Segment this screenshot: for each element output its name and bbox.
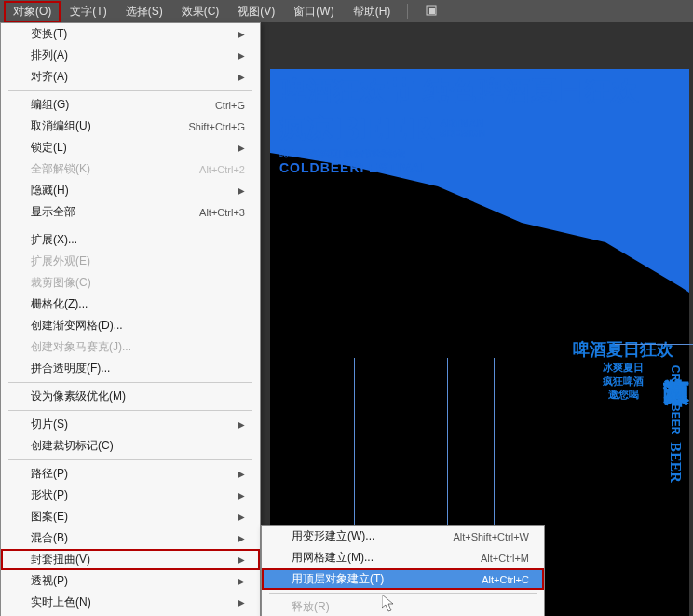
- menubar-select[interactable]: 选择(S): [116, 1, 172, 22]
- menu-separator: [8, 410, 252, 411]
- menu-pattern[interactable]: 图案(E)▶: [1, 506, 260, 527]
- chevron-right-icon: ▶: [238, 185, 245, 196]
- menu-pixel-perfect[interactable]: 设为像素级优化(M): [1, 386, 260, 407]
- submenu-make-with-top[interactable]: 用顶层对象建立(T)Alt+Ctrl+C: [262, 568, 544, 590]
- cursor-icon: [382, 595, 397, 616]
- object-menu: 变换(T)▶ 排列(A)▶ 对齐(A)▶ 编组(G)Ctrl+G 取消编组(U)…: [0, 22, 261, 616]
- menu-lock[interactable]: 锁定(L)▶: [1, 137, 260, 158]
- artwork-text: 啤酒狂欢节 纯色啤酒夏日狂欢 疯凉 BEER ARTMAN SDESIGN 纯生…: [279, 74, 680, 175]
- envelope-submenu: 用变形建立(W)...Alt+Shift+Ctrl+W 用网格建立(M)...A…: [261, 525, 545, 616]
- vertical-artwork: 冰爽啤酒节 CRAZYBEER BEER: [660, 358, 689, 483]
- beer-word: BEER: [337, 109, 436, 148]
- menu-separator: [8, 382, 252, 383]
- menu-shape[interactable]: 形状(P)▶: [1, 485, 260, 506]
- menubar: 对象(O) 文字(T) 选择(S) 效果(C) 视图(V) 窗口(W) 帮助(H…: [0, 0, 693, 22]
- chevron-right-icon: ▶: [238, 419, 245, 430]
- subline-1: 纯生啤酒清爽夏日啤酒节邀您畅饮: [279, 148, 680, 160]
- menubar-window[interactable]: 窗口(W): [284, 1, 343, 22]
- menu-perspective[interactable]: 透视(P)▶: [1, 570, 260, 592]
- menubar-object[interactable]: 对象(O): [4, 1, 61, 22]
- menu-ungroup[interactable]: 取消编组(U)Shift+Ctrl+G: [1, 116, 260, 137]
- menu-transform[interactable]: 变换(T)▶: [1, 23, 260, 45]
- menubar-divider: [407, 4, 408, 19]
- menubar-help[interactable]: 帮助(H): [344, 1, 401, 22]
- chevron-right-icon: ▶: [238, 554, 245, 565]
- menu-trim-marks[interactable]: 创建裁切标记(C): [1, 435, 260, 457]
- menubar-tool-icon[interactable]: [415, 1, 447, 22]
- chevron-right-icon: ▶: [238, 29, 245, 39]
- menubar-effect[interactable]: 效果(C): [172, 1, 229, 22]
- menu-envelope-distort[interactable]: 封套扭曲(V)▶: [1, 549, 260, 570]
- menu-separator: [8, 459, 252, 460]
- menu-expand[interactable]: 扩展(X)...: [1, 229, 260, 251]
- sdesign-text: SDESIGN: [440, 129, 486, 139]
- v-crazy: CRAZYBEER: [669, 365, 682, 435]
- chevron-right-icon: ▶: [238, 490, 245, 500]
- menubar-view[interactable]: 视图(V): [228, 1, 284, 22]
- menu-blend[interactable]: 混合(B)▶: [1, 527, 260, 549]
- menu-show-all[interactable]: 显示全部Alt+Ctrl+3: [1, 201, 260, 223]
- chevron-right-icon: ▶: [238, 50, 245, 61]
- menu-object-mosaic: 创建对象马赛克(J)...: [1, 336, 260, 358]
- submenu-release: 释放(R): [262, 596, 544, 616]
- menu-group[interactable]: 编组(G)Ctrl+G: [1, 94, 260, 116]
- chevron-right-icon: ▶: [238, 576, 245, 586]
- headline-2a: 疯凉: [279, 111, 333, 146]
- chevron-right-icon: ▶: [238, 72, 245, 82]
- chevron-right-icon: ▶: [238, 512, 245, 522]
- svg-rect-1: [429, 8, 435, 14]
- menu-arrange[interactable]: 排列(A)▶: [1, 45, 260, 66]
- chevron-right-icon: ▶: [238, 597, 245, 608]
- menu-flatten-transparency[interactable]: 拼合透明度(F)...: [1, 358, 260, 379]
- menu-unlock-all: 全部解锁(K)Alt+Ctrl+2: [1, 158, 260, 180]
- submenu-make-with-mesh[interactable]: 用网格建立(M)...Alt+Ctrl+M: [262, 547, 544, 568]
- cold-text: COLDBEERFESTIVAL: [279, 160, 680, 175]
- guide-line: [615, 344, 693, 345]
- menu-rasterize[interactable]: 栅格化(Z)...: [1, 294, 260, 315]
- menu-separator: [269, 593, 537, 594]
- menu-align[interactable]: 对齐(A)▶: [1, 66, 260, 88]
- chevron-right-icon: ▶: [238, 533, 245, 543]
- menu-gradient-mesh[interactable]: 创建渐变网格(D)...: [1, 315, 260, 336]
- menubar-text[interactable]: 文字(T): [61, 1, 116, 22]
- menu-slice[interactable]: 切片(S)▶: [1, 414, 260, 435]
- menu-path[interactable]: 路径(P)▶: [1, 463, 260, 485]
- menu-separator: [8, 226, 252, 226]
- chevron-right-icon: ▶: [238, 143, 245, 153]
- menu-hide[interactable]: 隐藏(H)▶: [1, 180, 260, 201]
- chevron-right-icon: ▶: [238, 469, 245, 479]
- menu-separator: [8, 90, 252, 91]
- menu-expand-appearance: 扩展外观(E): [1, 251, 260, 272]
- menu-live-paint[interactable]: 实时上色(N)▶: [1, 592, 260, 613]
- submenu-make-with-warp[interactable]: 用变形建立(W)...Alt+Shift+Ctrl+W: [262, 526, 544, 547]
- menu-crop-image: 裁剪图像(C): [1, 272, 260, 294]
- v-beer: BEER: [668, 442, 684, 483]
- headline-1: 啤酒狂欢节 纯色啤酒夏日狂欢: [279, 74, 680, 109]
